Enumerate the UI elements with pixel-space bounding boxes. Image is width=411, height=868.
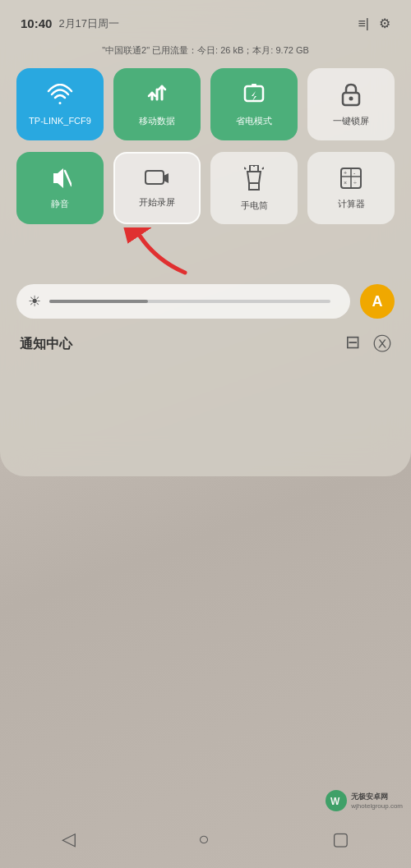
- lock-icon: [340, 82, 362, 110]
- svg-text:+: +: [344, 170, 347, 176]
- svg-line-4: [65, 171, 72, 186]
- svg-text:÷: ÷: [353, 180, 357, 186]
- watermark-brand: 无极安卓网: [351, 792, 403, 802]
- svg-line-8: [244, 168, 246, 169]
- screen-record-icon: [145, 168, 169, 191]
- quick-tiles-row1: TP-LINK_FCF9 移动数据: [16, 68, 395, 140]
- watermark-site: wjhotelgroup.com: [351, 802, 403, 810]
- brightness-track: [49, 300, 330, 303]
- svg-text:×: ×: [344, 180, 347, 186]
- power-save-tile[interactable]: 省电模式: [210, 68, 298, 140]
- silent-label: 静音: [51, 198, 69, 210]
- svg-rect-1: [252, 84, 256, 87]
- power-save-icon: [242, 82, 266, 110]
- mobile-data-icon: [145, 81, 169, 110]
- screen-record-label: 开始录屏: [139, 196, 175, 209]
- arrow-container: [16, 236, 395, 281]
- svg-text:W: W: [330, 796, 340, 807]
- watermark: W 无极安卓网 wjhotelgroup.com: [325, 789, 403, 812]
- flashlight-icon: [244, 165, 264, 195]
- mobile-data-tile[interactable]: 移动数据: [113, 68, 201, 140]
- calculator-icon: + - × ÷: [339, 167, 363, 193]
- quick-tiles-row2: 静音 开始录屏: [16, 152, 395, 224]
- auto-brightness-button[interactable]: A: [360, 284, 395, 319]
- mobile-data-label: 移动数据: [139, 115, 175, 127]
- bottom-navigation: ◁ ○ ▢: [0, 819, 411, 868]
- lock-screen-label: 一键锁屏: [333, 115, 369, 127]
- tutorial-arrow: [123, 227, 197, 284]
- silent-icon: [48, 167, 72, 193]
- notification-center-title: 通知中心: [20, 336, 72, 353]
- wifi-tile[interactable]: TP-LINK_FCF9: [16, 68, 104, 140]
- calculator-label: 计算器: [338, 198, 365, 210]
- manage-notifications-button[interactable]: ⊟: [345, 332, 360, 356]
- svg-rect-5: [145, 171, 164, 184]
- control-center-panel: 10:40 2月17日周一 ≡| ⚙ "中国联通2" 已用流量：今日: 26 k…: [0, 0, 411, 476]
- svg-line-9: [262, 168, 264, 169]
- lock-screen-tile[interactable]: 一键锁屏: [307, 68, 395, 140]
- wifi-label: TP-LINK_FCF9: [29, 116, 91, 126]
- wifi-icon: [47, 84, 73, 111]
- screen-record-tile[interactable]: 开始录屏: [113, 152, 201, 224]
- data-usage-bar: "中国联通2" 已用流量：今日: 26 kB；本月: 9.72 GB: [16, 41, 395, 68]
- status-time: 10:40: [21, 16, 52, 30]
- recents-button[interactable]: ▢: [332, 829, 349, 850]
- silent-tile[interactable]: 静音: [16, 152, 104, 224]
- brightness-slider[interactable]: ☀: [16, 284, 350, 319]
- svg-point-3: [349, 96, 353, 100]
- status-bar: 10:40 2月17日周一 ≡| ⚙: [16, 0, 395, 41]
- notification-center-actions: ⊟ ⓧ: [345, 332, 391, 356]
- status-bar-left: 10:40 2月17日周一: [21, 16, 119, 31]
- power-save-label: 省电模式: [236, 115, 272, 127]
- notification-center-header: 通知中心 ⊟ ⓧ: [16, 332, 395, 356]
- settings-icon: ⚙: [379, 16, 390, 31]
- clear-notifications-button[interactable]: ⓧ: [373, 332, 391, 356]
- back-button[interactable]: ◁: [62, 829, 76, 850]
- menu-icon: ≡|: [358, 16, 370, 31]
- phone-screen: 10:40 2月17日周一 ≡| ⚙ "中国联通2" 已用流量：今日: 26 k…: [0, 0, 411, 868]
- brightness-fill: [49, 300, 148, 303]
- watermark-logo: W: [325, 789, 348, 812]
- status-bar-right: ≡| ⚙: [358, 16, 391, 31]
- status-date: 2月17日周一: [58, 16, 119, 31]
- flashlight-label: 手电筒: [241, 200, 268, 212]
- calculator-tile[interactable]: + - × ÷ 计算器: [307, 152, 395, 224]
- flashlight-tile[interactable]: 手电筒: [210, 152, 298, 224]
- svg-text:-: -: [353, 170, 356, 176]
- brightness-icon: ☀: [28, 292, 41, 310]
- brightness-row: ☀ A: [16, 284, 395, 319]
- home-button[interactable]: ○: [198, 829, 209, 850]
